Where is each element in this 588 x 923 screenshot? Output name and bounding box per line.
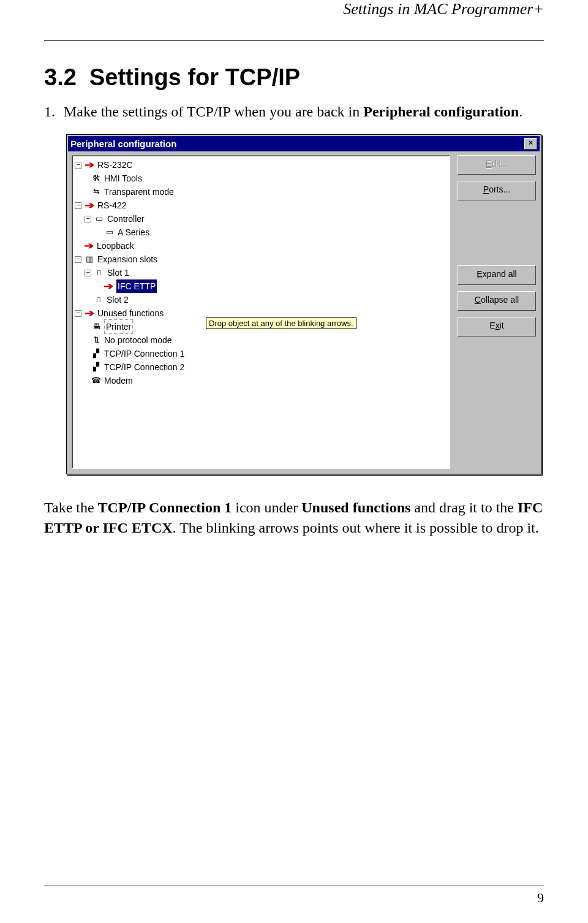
page-number: 9: [537, 890, 544, 906]
tree-item-aseries[interactable]: ▭ A Series: [75, 226, 450, 239]
tree-label: Printer: [104, 319, 133, 334]
tree-item-modem[interactable]: ☎ Modem: [75, 374, 450, 387]
cap-bold: Unused functions: [301, 499, 410, 515]
tree-label: RS-422: [97, 199, 126, 212]
slot-icon: ⎍: [93, 295, 104, 305]
cap-text: icon under: [232, 499, 301, 515]
minus-icon[interactable]: −: [75, 310, 81, 317]
header-rule: [44, 40, 544, 41]
btn-rest: xpand all: [483, 269, 517, 279]
cap-text: Take the: [44, 499, 98, 515]
arrow-icon: ➔: [82, 200, 96, 210]
running-header: Settings in MAC Programmer+: [0, 0, 588, 22]
slot-icon: ⎍: [94, 268, 105, 278]
arrow-icon: ➔: [82, 160, 96, 170]
section-title: Settings for TCP/IP: [89, 64, 300, 90]
tree-label: Modem: [104, 374, 133, 387]
tree-label: No protocol mode: [104, 333, 172, 347]
slots-icon: ▥: [84, 254, 95, 264]
arrow-icon: ➔: [81, 241, 96, 251]
cap-bold: TCP/IP Connection 1: [98, 499, 232, 515]
tree-item-expansion[interactable]: − ▥ Expansion slots: [75, 253, 450, 266]
intro-para: 1. Make the settings of TCP/IP when you …: [44, 102, 544, 122]
minus-icon[interactable]: −: [75, 256, 81, 263]
dialog-title-text: Peripheral configuration: [70, 139, 176, 149]
tree-label: Controller: [107, 212, 145, 226]
tree-label: Loopback: [97, 239, 134, 253]
link-icon: ⇆: [91, 187, 102, 197]
tree-item-slot1[interactable]: − ⎍ Slot 1: [75, 266, 450, 279]
intro-text: Make the settings of TCP/IP when you are…: [64, 104, 363, 120]
step-number: 1.: [44, 102, 60, 122]
caption-para: Take the TCP/IP Connection 1 icon under …: [44, 498, 544, 538]
tree-pane[interactable]: − ➔ RS-232C 🛠 HMI Tools ⇆ Transparent mo…: [72, 155, 450, 469]
section-heading: 3.2 Settings for TCP/IP: [44, 64, 544, 91]
modem-icon: ☎: [91, 376, 102, 386]
tree-label: RS-232C: [97, 158, 133, 172]
peripheral-config-dialog: Peripheral configuration × − ➔ RS-232C 🛠…: [66, 134, 541, 474]
tree-item-controller[interactable]: − ▭ Controller: [75, 212, 450, 226]
intro-after: .: [519, 104, 522, 120]
collapse-all-button[interactable]: Collapse all: [458, 291, 536, 311]
network-icon: ▞: [91, 362, 102, 372]
section-number: 3.2: [44, 64, 77, 90]
footer-rule: [44, 886, 544, 886]
tree-label: Expansion slots: [97, 253, 157, 266]
ports-button[interactable]: Ports...: [458, 181, 536, 200]
tree-item-loopback[interactable]: ➔ Loopback: [75, 239, 450, 253]
tree-item-slot2[interactable]: ⎍ Slot 2: [75, 293, 450, 306]
tree-item-rs232c[interactable]: − ➔ RS-232C: [75, 158, 450, 172]
network-icon: ▞: [91, 349, 102, 359]
minus-icon[interactable]: −: [75, 162, 81, 169]
tree-label: HMI Tools: [104, 172, 142, 185]
tool-icon: 🛠: [91, 173, 102, 183]
tree: − ➔ RS-232C 🛠 HMI Tools ⇆ Transparent mo…: [72, 156, 450, 387]
btn-rest: ollapse all: [481, 295, 519, 305]
printer-icon: 🖶: [91, 322, 102, 332]
tree-item-noprotocol[interactable]: ⇅ No protocol mode: [75, 333, 450, 347]
tree-label-selected: IFC ETTP: [116, 279, 157, 293]
exit-button[interactable]: Exit: [458, 317, 536, 336]
cap-text: and drag it to the: [410, 499, 518, 515]
btn-rest: it: [500, 321, 504, 330]
close-button[interactable]: ×: [524, 138, 537, 150]
tree-item-tcp1[interactable]: ▞ TCP/IP Connection 1: [75, 347, 450, 360]
intro-bold: Peripheral configuration: [363, 104, 519, 120]
cap-text: . The blinking arrows points out where i…: [173, 520, 539, 536]
controller-icon: ▭: [94, 214, 105, 224]
drop-tooltip: Drop object at any of the blinking arrow…: [206, 317, 356, 329]
edit-button[interactable]: Edit...: [458, 155, 536, 175]
tree-item-rs422[interactable]: − ➔ RS-422: [75, 199, 450, 212]
tree-item-transparent[interactable]: ⇆ Transparent mode: [75, 185, 450, 199]
tree-label: A Series: [118, 226, 149, 239]
dialog-body: − ➔ RS-232C 🛠 HMI Tools ⇆ Transparent mo…: [68, 151, 540, 473]
tree-label: Slot 2: [107, 293, 129, 306]
tree-item-tcp2[interactable]: ▞ TCP/IP Connection 2: [75, 360, 450, 374]
minus-icon[interactable]: −: [85, 216, 91, 222]
protocol-icon: ⇅: [91, 335, 102, 345]
button-column: Edit... Ports... Expand all Collapse all…: [450, 155, 536, 343]
tree-label: TCP/IP Connection 1: [104, 347, 184, 360]
tree-label: Transparent mode: [104, 185, 174, 199]
device-icon: ▭: [104, 227, 115, 237]
btn-rest: orts...: [489, 184, 510, 194]
expand-all-button[interactable]: Expand all: [458, 265, 536, 285]
minus-icon[interactable]: −: [85, 270, 91, 276]
tree-label: Slot 1: [107, 266, 129, 279]
arrow-icon: ➔: [82, 308, 96, 318]
tree-label: TCP/IP Connection 2: [104, 360, 184, 374]
arrow-icon: ➔: [101, 281, 115, 291]
tree-item-ifcettp[interactable]: ➔ IFC ETTP: [75, 279, 450, 293]
tree-label: Unused functions: [97, 306, 164, 320]
btn-rest: dit...: [491, 159, 507, 169]
tree-item-hmi[interactable]: 🛠 HMI Tools: [75, 172, 450, 185]
dialog-titlebar: Peripheral configuration ×: [68, 136, 540, 151]
minus-icon[interactable]: −: [75, 202, 81, 209]
